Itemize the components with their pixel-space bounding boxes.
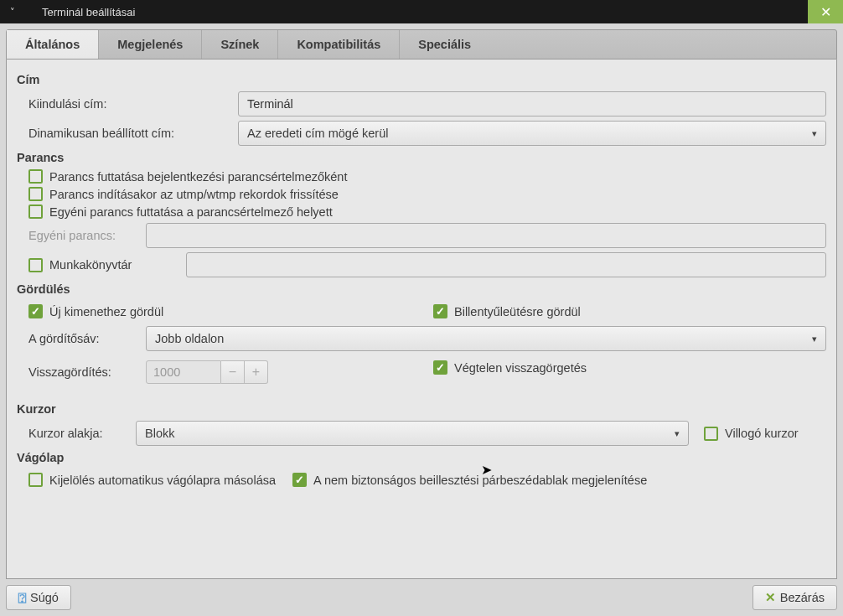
window-close-button[interactable]: ✕ <box>808 0 843 23</box>
workdir-checkbox[interactable] <box>28 258 43 272</box>
cursor-shape-value: Blokk <box>145 427 174 440</box>
scrollback-decrement: − <box>221 360 245 384</box>
tab-compatibility[interactable]: Kompatibilitás <box>278 30 400 59</box>
scrollbar-label: A gördítősáv: <box>28 332 146 345</box>
unlimited-scrollback-checkbox[interactable]: Végtelen visszagörgetés <box>433 360 826 375</box>
tab-appearance[interactable]: Megjelenés <box>99 30 202 59</box>
scroll-keystroke-label: Billentyűleütésre gördül <box>454 305 581 318</box>
scrollback-increment: + <box>245 360 268 384</box>
scrollbar-value: Jobb oldalon <box>155 332 224 345</box>
scrollback-label: Visszagördítés: <box>28 365 146 379</box>
checkbox-icon <box>704 427 718 441</box>
cursor-shape-label: Kurzor alakja: <box>28 427 136 440</box>
blinking-cursor-checkbox[interactable]: Villogó kurzor <box>704 427 799 441</box>
scrollback-spinner: − + <box>146 360 268 384</box>
close-label: Bezárás <box>780 591 825 604</box>
checkbox-icon <box>28 169 43 184</box>
custom-command-check-label: Egyéni parancs futtatása a parancsértelm… <box>49 205 333 219</box>
update-utmp-label: Parancs indításakor az utmp/wtmp rekordo… <box>49 188 339 201</box>
help-icon: ⍰ <box>18 591 26 604</box>
help-label: Súgó <box>30 591 59 604</box>
close-button[interactable]: ✕Bezárás <box>752 585 837 610</box>
custom-command-label: Egyéni parancs: <box>28 229 146 242</box>
close-icon: ✕ <box>765 591 776 604</box>
dynamic-title-value: Az eredeti cím mögé kerül <box>247 127 388 140</box>
custom-command-checkbox[interactable]: Egyéni parancs futtatása a parancsértelm… <box>28 204 826 219</box>
section-title-kurzor: Kurzor <box>17 402 826 416</box>
workdir-label: Munkakönyvtár <box>49 258 186 272</box>
window-body: Általános Megjelenés Színek Kompatibilit… <box>0 23 843 616</box>
checkbox-icon <box>292 473 307 487</box>
close-icon: ✕ <box>820 4 831 20</box>
scrollback-input <box>146 360 221 384</box>
workdir-input <box>186 252 826 277</box>
auto-copy-checkbox[interactable]: Kijelölés automatikus vágólapra másolása <box>28 473 276 487</box>
dynamic-title-dropdown[interactable]: Az eredeti cím mögé kerül <box>238 121 826 146</box>
dynamic-title-label: Dinamikusan beállított cím: <box>28 127 238 140</box>
window-titlebar: ˅ Terminál beállításai ✕ <box>0 0 843 23</box>
unsafe-paste-label: A nem biztonságos beillesztési párbeszéd… <box>313 474 647 487</box>
checkbox-icon <box>433 360 447 375</box>
section-title-cim: Cím <box>17 73 826 86</box>
checkbox-icon <box>433 304 447 318</box>
tab-special[interactable]: Speciális <box>400 30 489 59</box>
section-title-gordules: Gördülés <box>17 282 826 296</box>
update-utmp-checkbox[interactable]: Parancs indításakor az utmp/wtmp rekordo… <box>28 187 826 201</box>
checkbox-icon <box>28 204 43 219</box>
unsafe-paste-checkbox[interactable]: A nem biztonságos beillesztési párbeszéd… <box>292 473 647 487</box>
checkbox-icon <box>28 473 43 487</box>
scroll-output-label: Új kimenethez gördül <box>49 305 163 318</box>
window-menu-icon[interactable]: ˅ <box>0 7 25 18</box>
blinking-cursor-label: Villogó kurzor <box>725 427 799 440</box>
login-shell-checkbox[interactable]: Parancs futtatása bejelentkezési parancs… <box>28 169 826 184</box>
checkbox-icon <box>28 304 43 318</box>
unlimited-scrollback-label: Végtelen visszagörgetés <box>454 361 587 375</box>
help-button[interactable]: ⍰Súgó <box>6 585 71 610</box>
dialog-footer: ⍰Súgó ✕Bezárás <box>6 585 837 610</box>
window-title: Terminál beállításai <box>25 6 808 18</box>
tab-general[interactable]: Általános <box>7 30 99 59</box>
tab-colors[interactable]: Színek <box>202 30 278 59</box>
login-shell-label: Parancs futtatása bejelentkezési parancs… <box>49 170 347 184</box>
section-title-parancs: Parancs <box>17 151 826 164</box>
custom-command-input <box>146 223 826 248</box>
scrollbar-dropdown[interactable]: Jobb oldalon <box>146 326 826 351</box>
settings-panel: Cím Kiindulási cím: Dinamikusan beállíto… <box>6 60 837 579</box>
scroll-output-checkbox[interactable]: Új kimenethez gördül <box>28 304 422 318</box>
scroll-keystroke-checkbox[interactable]: Billentyűleütésre gördül <box>433 304 826 318</box>
initial-title-label: Kiindulási cím: <box>28 97 238 111</box>
cursor-shape-dropdown[interactable]: Blokk <box>136 421 689 446</box>
auto-copy-label: Kijelölés automatikus vágólapra másolása <box>49 474 276 487</box>
tab-bar: Általános Megjelenés Színek Kompatibilit… <box>6 29 837 60</box>
section-title-vagolap: Vágólap <box>17 451 826 464</box>
checkbox-icon <box>28 187 43 201</box>
initial-title-input[interactable] <box>238 91 826 116</box>
